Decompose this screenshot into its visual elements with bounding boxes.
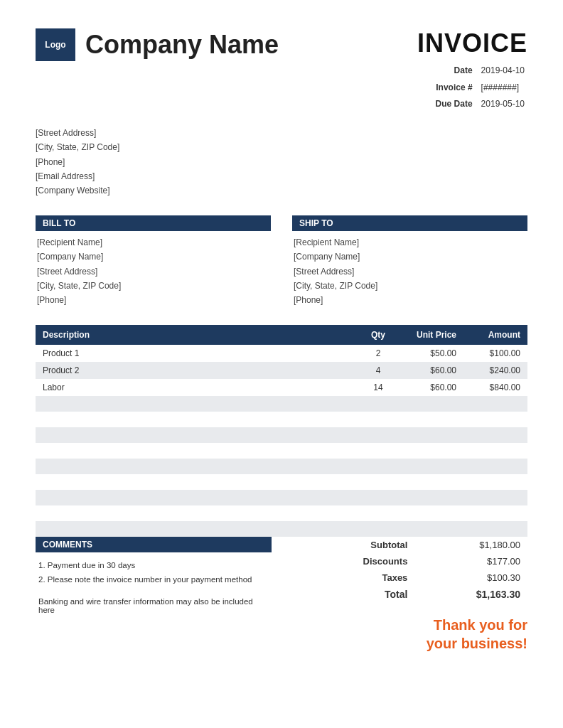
taxes-value: $100.30 xyxy=(414,569,527,586)
taxes-label: Taxes xyxy=(301,569,415,586)
invoice-label: Invoice # xyxy=(433,80,478,97)
empty-row xyxy=(36,412,527,427)
bill-to-block: BILL TO [Recipient Name] [Company Name] … xyxy=(36,215,271,308)
row-unit-price: $60.00 xyxy=(400,379,463,396)
bottom-section: COMMENTS 1. Payment due in 30 days 2. Pl… xyxy=(36,537,527,653)
bill-recipient: [Recipient Name] xyxy=(37,235,271,250)
company-name: Company Name xyxy=(85,30,279,60)
date-value: 2019-04-10 xyxy=(478,63,527,80)
due-label: Due Date xyxy=(433,96,478,113)
table-row: Labor 14 $60.00 $840.00 xyxy=(36,379,527,396)
empty-row xyxy=(36,443,527,459)
totals-table: Subtotal $1,180.00 Discounts $177.00 Tax… xyxy=(301,537,527,603)
ship-to-header: SHIP TO xyxy=(292,215,527,231)
empty-row xyxy=(36,459,527,474)
address-street: [Street Address] xyxy=(36,126,527,140)
bill-to-content: [Recipient Name] [Company Name] [Street … xyxy=(36,235,271,308)
subtotal-row: Subtotal $1,180.00 xyxy=(301,537,527,553)
subtotal-label: Subtotal xyxy=(301,537,415,553)
total-label: Total xyxy=(301,586,415,603)
discounts-value: $177.00 xyxy=(414,553,527,569)
comments-extra: Banking and wire transfer information ma… xyxy=(36,597,272,614)
total-row: Total $1,163.30 xyxy=(301,586,527,603)
empty-row xyxy=(36,505,527,521)
row-qty: 14 xyxy=(357,379,400,396)
row-description: Labor xyxy=(36,379,357,396)
bill-ship-section: BILL TO [Recipient Name] [Company Name] … xyxy=(36,215,527,308)
bill-street: [Street Address] xyxy=(37,264,271,279)
row-amount: $240.00 xyxy=(463,362,527,379)
discounts-label: Discounts xyxy=(301,553,415,569)
comments-header: COMMENTS xyxy=(36,537,272,552)
address-phone: [Phone] xyxy=(36,155,527,169)
comment-line2: 2. Please note the invoice number in you… xyxy=(38,572,269,587)
empty-row xyxy=(36,521,527,537)
table-row: Product 1 2 $50.00 $100.00 xyxy=(36,345,527,362)
thank-you-line2: your business! xyxy=(301,634,527,653)
address-website: [Company Website] xyxy=(36,183,527,198)
thank-you-line1: Thank you for xyxy=(301,616,527,634)
ship-recipient: [Recipient Name] xyxy=(294,235,527,250)
row-description: Product 2 xyxy=(36,362,357,379)
logo-box: Logo xyxy=(36,28,75,61)
header-right: INVOICE Date 2019-04-10 Invoice # [#####… xyxy=(417,28,527,113)
invoice-title: INVOICE xyxy=(417,28,527,58)
bill-city: [City, State, ZIP Code] xyxy=(37,279,271,293)
comments-box: COMMENTS 1. Payment due in 30 days 2. Pl… xyxy=(36,537,272,614)
empty-row xyxy=(36,427,527,443)
header-left: Logo Company Name xyxy=(36,28,279,61)
taxes-row: Taxes $100.30 xyxy=(301,569,527,586)
row-amount: $100.00 xyxy=(463,345,527,362)
ship-to-block: SHIP TO [Recipient Name] [Company Name] … xyxy=(292,215,527,308)
ship-to-content: [Recipient Name] [Company Name] [Street … xyxy=(292,235,527,308)
address-email: [Email Address] xyxy=(36,169,527,183)
table-row: Product 2 4 $60.00 $240.00 xyxy=(36,362,527,379)
due-value: 2019-05-10 xyxy=(478,96,527,113)
col-amount: Amount xyxy=(463,325,527,345)
ship-city: [City, State, ZIP Code] xyxy=(294,279,527,293)
row-amount: $840.00 xyxy=(463,379,527,396)
invoice-header: Logo Company Name INVOICE Date 2019-04-1… xyxy=(36,28,527,113)
company-address: [Street Address] [City, State, ZIP Code]… xyxy=(36,126,527,198)
comment-line1: 1. Payment due in 30 days xyxy=(38,558,269,573)
address-city: [City, State, ZIP Code] xyxy=(36,140,527,154)
ship-street: [Street Address] xyxy=(294,264,527,279)
row-qty: 4 xyxy=(357,362,400,379)
invoice-value: [#######] xyxy=(478,80,527,97)
ship-phone: [Phone] xyxy=(294,293,527,307)
meta-info: Date 2019-04-10 Invoice # [#######] Due … xyxy=(433,63,527,113)
col-description: Description xyxy=(36,325,357,345)
ship-company: [Company Name] xyxy=(294,250,527,264)
bill-company: [Company Name] xyxy=(37,250,271,264)
empty-row xyxy=(36,474,527,490)
discounts-row: Discounts $177.00 xyxy=(301,553,527,569)
empty-row xyxy=(36,490,527,505)
row-qty: 2 xyxy=(357,345,400,362)
bill-to-header: BILL TO xyxy=(36,215,271,231)
bill-phone: [Phone] xyxy=(37,293,271,307)
comments-content: 1. Payment due in 30 days 2. Please note… xyxy=(36,558,272,587)
table-header-row: Description Qty Unit Price Amount xyxy=(36,325,527,345)
date-label: Date xyxy=(433,63,478,80)
total-value: $1,163.30 xyxy=(414,586,527,603)
thank-you: Thank you for your business! xyxy=(301,616,527,653)
col-unit-price: Unit Price xyxy=(400,325,463,345)
row-description: Product 1 xyxy=(36,345,357,362)
empty-row xyxy=(36,396,527,412)
col-qty: Qty xyxy=(357,325,400,345)
logo-text: Logo xyxy=(45,40,65,50)
row-unit-price: $50.00 xyxy=(400,345,463,362)
totals-section: Subtotal $1,180.00 Discounts $177.00 Tax… xyxy=(301,537,527,653)
items-table: Description Qty Unit Price Amount Produc… xyxy=(36,325,527,537)
subtotal-value: $1,180.00 xyxy=(414,537,527,553)
row-unit-price: $60.00 xyxy=(400,362,463,379)
